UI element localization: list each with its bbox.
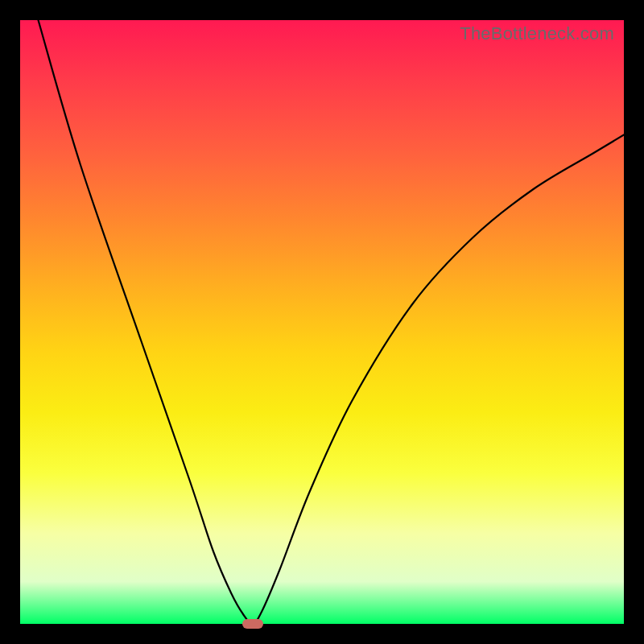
bottleneck-curve-path xyxy=(39,20,625,624)
bottleneck-curve xyxy=(20,20,624,624)
chart-plot-area: TheBottleneck.com xyxy=(20,20,624,624)
optimal-point-marker xyxy=(242,619,263,629)
chart-frame: TheBottleneck.com xyxy=(0,0,644,644)
